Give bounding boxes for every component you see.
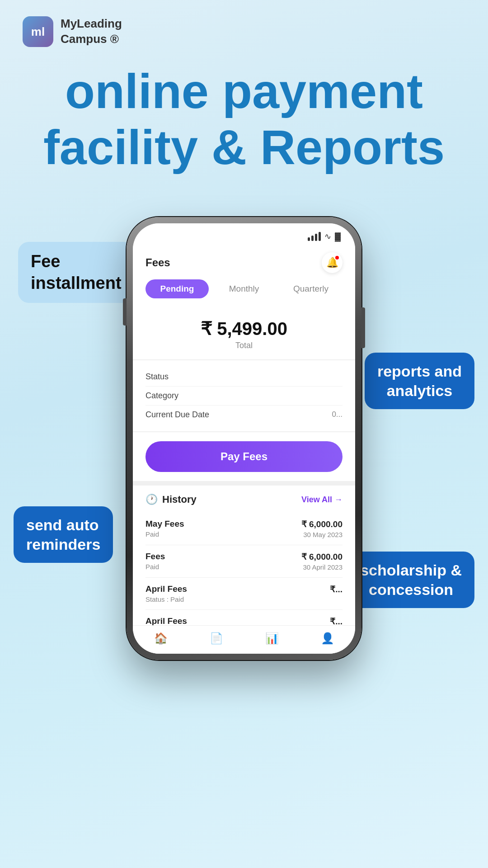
due-date-value: 0...	[332, 410, 343, 420]
due-date-label: Current Due Date	[145, 410, 209, 420]
history-item-right: ₹...	[330, 616, 343, 625]
history-title: 🕐 History	[145, 494, 197, 505]
status-bar: ∿ ▓	[133, 223, 355, 246]
history-item-left: Fees Paid	[145, 552, 165, 571]
due-date-row: Current Due Date 0...	[145, 406, 343, 424]
tabs-bar: Pending Monthly Quarterly	[133, 279, 355, 306]
profile-icon: 👤	[321, 632, 334, 645]
history-item-left: April Fees	[145, 616, 187, 625]
history-item-right: ₹...	[330, 584, 343, 594]
history-item-date: 30 April 2023	[301, 563, 343, 571]
scholarship-concession-bubble: scholarship & concession	[347, 552, 474, 608]
history-item-right: ₹ 6,000.00 30 May 2023	[301, 519, 343, 538]
battery-icon: ▓	[335, 232, 341, 241]
category-row: Category	[145, 387, 343, 406]
documents-icon: 📄	[210, 632, 223, 645]
category-label: Category	[145, 391, 178, 401]
nav-documents[interactable]: 📄	[210, 632, 223, 645]
history-item-amount: ₹...	[330, 616, 343, 625]
history-item-status: Paid	[145, 530, 184, 538]
history-item: Fees Paid ₹ 6,000.00 30 April 2023	[145, 545, 343, 578]
view-all-button[interactable]: View All →	[301, 495, 343, 505]
history-item-amount: ₹ 6,000.00	[301, 519, 343, 529]
wifi-icon: ∿	[324, 231, 331, 241]
analytics-icon: 📊	[265, 632, 279, 645]
history-clock-icon: 🕐	[145, 494, 158, 505]
history-item-status: Status : Paid	[145, 595, 187, 603]
nav-analytics[interactable]: 📊	[265, 632, 279, 645]
status-label: Status	[145, 372, 169, 382]
history-item-right: ₹ 6,000.00 30 April 2023	[301, 552, 343, 571]
pay-button-container: Pay Fees	[133, 432, 355, 481]
phone-shell: ∿ ▓ Fees Pending Monthly	[127, 217, 361, 660]
notification-badge	[334, 255, 340, 260]
history-header: 🕐 History View All →	[145, 494, 343, 505]
total-label: Total	[142, 341, 346, 350]
history-item-name: April Fees	[145, 616, 187, 625]
reports-analytics-bubble: reports and analytics	[365, 353, 474, 409]
screen-content: ₹ 5,499.00 Total Status Category Current…	[133, 306, 355, 625]
history-item: May Fees Paid ₹ 6,000.00 30 May 2023	[145, 513, 343, 545]
signal-icon	[308, 232, 321, 241]
history-item: April Fees ₹...	[145, 610, 343, 625]
logo-icon: ml	[23, 16, 53, 47]
hero-title: online payment facility & Reports	[27, 63, 461, 175]
fee-installment-bubble: Fee installment	[18, 242, 134, 303]
history-item: April Fees Status : Paid ₹...	[145, 578, 343, 610]
history-item-amount: ₹ 6,000.00	[301, 552, 343, 562]
history-item-left: April Fees Status : Paid	[145, 584, 187, 603]
history-item-date: 30 May 2023	[301, 531, 343, 538]
nav-profile[interactable]: 👤	[321, 632, 334, 645]
pay-fees-button[interactable]: Pay Fees	[145, 441, 343, 472]
brand-name: MyLeading Campus ®	[61, 16, 122, 47]
home-icon: 🏠	[154, 632, 168, 645]
history-item-name: Fees	[145, 552, 165, 561]
app-screen-header: Fees	[133, 246, 355, 279]
nav-home[interactable]: 🏠	[154, 632, 168, 645]
phone-screen: ∿ ▓ Fees Pending Monthly	[133, 223, 355, 654]
history-item-name: May Fees	[145, 519, 184, 529]
history-section: 🕐 History View All → May Fees Paid ₹ 6,0…	[133, 486, 355, 625]
tab-monthly[interactable]: Monthly	[212, 279, 276, 298]
history-item-left: May Fees Paid	[145, 519, 184, 538]
main-title: online payment facility & Reports	[0, 63, 488, 175]
bottom-nav: 🏠 📄 📊 👤	[133, 625, 355, 654]
total-amount: ₹ 5,499.00	[142, 318, 346, 339]
status-row: Status	[145, 368, 343, 387]
send-auto-reminders-bubble: send auto reminders	[14, 506, 113, 563]
phone-mockup: ∿ ▓ Fees Pending Monthly	[127, 217, 361, 660]
history-item-amount: ₹...	[330, 584, 343, 594]
tab-pending[interactable]: Pending	[145, 279, 209, 298]
app-header-bar: ml MyLeading Campus ®	[23, 16, 122, 47]
tab-quarterly[interactable]: Quarterly	[279, 279, 343, 298]
history-item-status: Paid	[145, 563, 165, 571]
amount-block: ₹ 5,499.00 Total	[133, 306, 355, 359]
notification-bell-button[interactable]	[322, 252, 343, 273]
history-item-name: April Fees	[145, 584, 187, 594]
status-icons: ∿ ▓	[308, 231, 341, 241]
info-rows: Status Category Current Due Date 0...	[133, 360, 355, 431]
app-screen-title: Fees	[145, 256, 170, 269]
